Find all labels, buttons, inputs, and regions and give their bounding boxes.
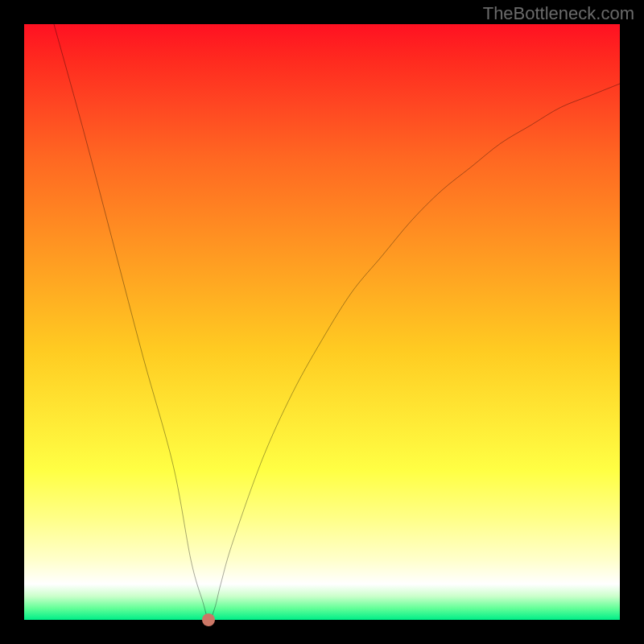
bottleneck-curve-line <box>54 24 620 620</box>
watermark-label: TheBottleneck.com <box>483 3 634 24</box>
chart-curve-svg <box>24 24 620 620</box>
optimum-point-marker <box>202 613 215 626</box>
